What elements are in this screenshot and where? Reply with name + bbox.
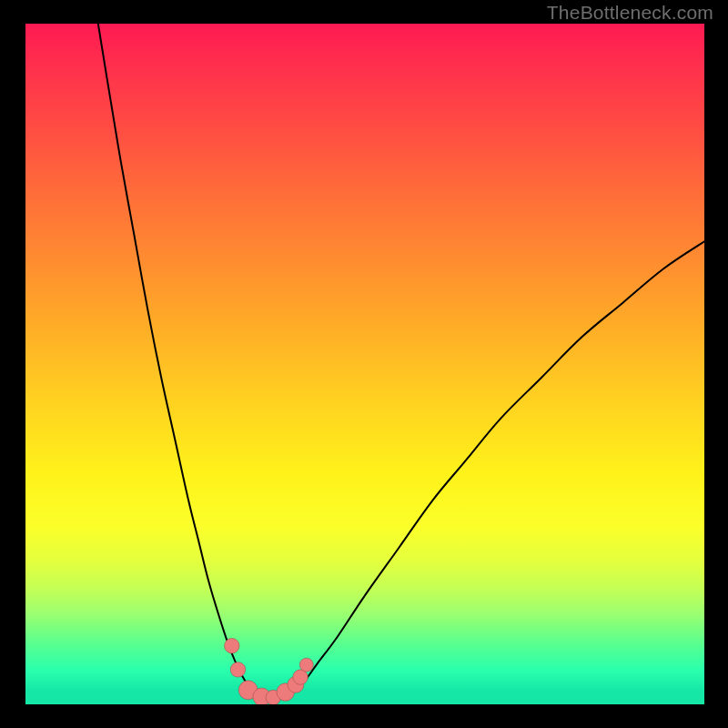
curve-layer [25,24,704,704]
data-marker [225,638,239,652]
chart-frame: TheBottleneck.com [0,0,728,728]
data-marker [293,670,308,684]
data-marker [230,662,245,677]
watermark-text: TheBottleneck.com [547,2,713,24]
bottleneck-curve [98,24,704,701]
data-marker [299,658,313,672]
plot-area [25,24,704,704]
